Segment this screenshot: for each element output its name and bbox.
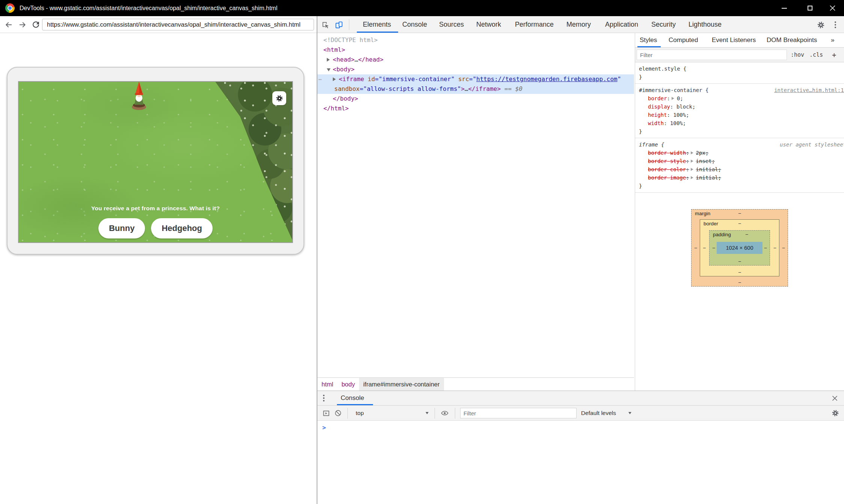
css-property[interactable]: border-width:2px;	[639, 149, 844, 157]
tab-security[interactable]: Security	[651, 16, 676, 33]
create-live-expression-button[interactable]	[440, 408, 450, 418]
css-property[interactable]: border-image:initial;	[639, 174, 844, 182]
dom-line[interactable]: <body>	[317, 65, 634, 74]
css-selector[interactable]: #immersive-container {	[639, 87, 708, 93]
box-model-margin[interactable]: margin − − − − border − − − − padding −	[691, 209, 788, 287]
tab-console[interactable]: Console	[402, 16, 427, 33]
forward-button[interactable]	[17, 20, 27, 30]
css-property[interactable]: border:0;	[639, 94, 844, 103]
tab-lighthouse[interactable]: Lighthouse	[688, 16, 722, 33]
tab-styles[interactable]: Styles	[640, 33, 657, 47]
margin-left-value[interactable]: −	[694, 245, 697, 251]
tab-elements[interactable]: Elements	[363, 16, 391, 33]
expand-arrow-icon[interactable]	[691, 176, 693, 179]
padding-left-value[interactable]: −	[712, 245, 715, 251]
dom-line[interactable]: </body>	[317, 94, 634, 104]
css-selector[interactable]: iframe {	[639, 142, 664, 148]
dom-line[interactable]: <html>	[317, 45, 634, 55]
clear-console-button[interactable]	[333, 408, 343, 418]
padding-right-value[interactable]: −	[764, 245, 767, 251]
expand-arrow-icon[interactable]	[691, 168, 693, 171]
breadcrumb-iframe[interactable]: iframe#immersive-container	[359, 378, 444, 391]
css-rule[interactable]: element.style {}	[635, 62, 844, 84]
tab-performance[interactable]: Performance	[515, 16, 554, 33]
log-levels-selector[interactable]: Default levels	[581, 406, 616, 420]
show-console-sidebar-button[interactable]	[321, 408, 331, 418]
window-close-button[interactable]	[824, 0, 841, 16]
back-button[interactable]	[3, 20, 14, 30]
expand-arrow-icon[interactable]	[327, 58, 330, 62]
tab-sources[interactable]: Sources	[439, 16, 464, 33]
toggle-hover-state-button[interactable]: :hov	[791, 48, 804, 62]
devtools-menu-button[interactable]	[830, 20, 840, 30]
box-model-content-size[interactable]: 1024 × 600	[717, 242, 762, 254]
breadcrumb-html[interactable]: html	[317, 378, 337, 391]
expand-arrow-icon[interactable]	[691, 151, 693, 154]
expand-arrow-icon[interactable]	[672, 97, 674, 100]
margin-right-value[interactable]: −	[782, 245, 785, 251]
css-rule[interactable]: user agent stylesheetiframe {border-widt…	[635, 138, 844, 193]
dom-line[interactable]: ⋯<iframe id="immersive-container" src="h…	[317, 74, 634, 84]
dom-line[interactable]: </html>	[317, 104, 634, 113]
margin-bottom-value[interactable]: −	[738, 279, 741, 285]
margin-top-value[interactable]: −	[738, 210, 741, 216]
css-property[interactable]: display: block;	[639, 103, 844, 111]
drawer-menu-button[interactable]	[319, 393, 329, 403]
tab-application[interactable]: Application	[605, 16, 638, 33]
padding-top-value[interactable]: −	[745, 231, 748, 237]
new-style-rule-button[interactable]: +	[832, 48, 836, 62]
chevron-down-icon[interactable]	[426, 412, 429, 414]
stylesheet-source-link[interactable]: interactive…him.html:15	[774, 86, 844, 94]
tab-computed[interactable]: Computed	[669, 33, 698, 47]
answer-button-bunny[interactable]: Bunny	[98, 218, 145, 238]
border-bottom-value[interactable]: −	[738, 269, 741, 275]
window-minimize-button[interactable]	[776, 0, 793, 16]
tab-network[interactable]: Network	[476, 16, 501, 33]
box-model-border[interactable]: border − − − − padding − − − − 1024 × 60…	[700, 219, 779, 276]
console-prompt-chevron[interactable]: >	[322, 424, 326, 431]
dom-line[interactable]: <!DOCTYPE html>	[317, 35, 634, 45]
padding-bottom-value[interactable]: −	[738, 258, 741, 264]
css-property[interactable]: border-style:inset;	[639, 157, 844, 165]
url-bar[interactable]	[42, 19, 314, 30]
css-selector[interactable]: element.style {	[639, 66, 686, 72]
dom-token-note: == $0	[501, 85, 522, 92]
styles-filter-box[interactable]	[637, 50, 787, 60]
execution-context-selector[interactable]: top	[356, 406, 364, 420]
tab-event-listeners[interactable]: Event Listeners	[712, 33, 756, 47]
styles-filter-input[interactable]	[637, 50, 793, 60]
chevron-down-icon[interactable]	[628, 412, 631, 414]
css-rule[interactable]: interactive…him.html:15#immersive-contai…	[635, 84, 844, 138]
border-right-value[interactable]: −	[773, 245, 776, 251]
css-property[interactable]: height: 100%;	[639, 111, 844, 119]
dom-line[interactable]: <head>…</head>	[317, 55, 634, 65]
tab-dom-breakpoints[interactable]: DOM Breakpoints	[767, 33, 817, 47]
console-filter-input[interactable]	[461, 408, 582, 418]
url-input[interactable]	[42, 19, 314, 30]
css-property[interactable]: border-color:initial;	[639, 165, 844, 174]
toggle-class-button[interactable]: .cls	[809, 48, 823, 62]
box-model-padding[interactable]: padding − − − − 1024 × 600	[709, 230, 770, 266]
game-settings-button[interactable]	[272, 91, 286, 105]
collapse-arrow-icon[interactable]	[327, 68, 331, 71]
more-tabs-chevron[interactable]: »	[831, 33, 834, 47]
border-left-value[interactable]: −	[703, 245, 706, 251]
close-drawer-button[interactable]	[830, 393, 839, 403]
inspect-element-button[interactable]	[320, 20, 330, 30]
breadcrumb-body[interactable]: body	[337, 378, 359, 391]
console-settings-button[interactable]	[830, 408, 840, 418]
dom-line-gutter-dots[interactable]: ⋯	[319, 74, 322, 84]
toggle-device-toolbar-button[interactable]	[334, 20, 344, 30]
dom-line[interactable]: sandbox="allow-scripts allow-forms">…</i…	[317, 84, 634, 94]
console-filter-box[interactable]	[460, 408, 577, 418]
answer-button-hedgehog[interactable]: Hedgehog	[151, 218, 213, 238]
window-maximize-button[interactable]	[801, 0, 818, 16]
css-property[interactable]: width: 100%;	[639, 119, 844, 127]
drawer-tab-console[interactable]: Console	[341, 391, 364, 405]
tab-memory[interactable]: Memory	[566, 16, 591, 33]
devtools-settings-button[interactable]	[816, 20, 826, 30]
expand-arrow-icon[interactable]	[333, 77, 336, 81]
border-top-value[interactable]: −	[738, 220, 741, 226]
reload-button[interactable]	[31, 20, 41, 30]
expand-arrow-icon[interactable]	[691, 160, 693, 163]
